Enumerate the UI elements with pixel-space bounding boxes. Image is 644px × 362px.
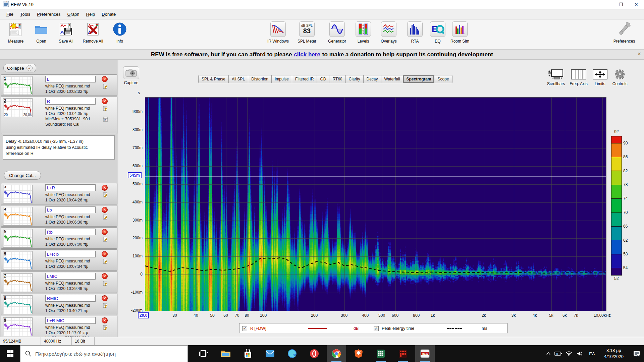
taskbar-app-rew-file[interactable] [393,345,413,362]
tab-spectrogram[interactable]: Spectrogram [403,75,434,83]
tray-language[interactable]: ΕΛ [586,351,598,356]
taskbar-app-edge[interactable] [282,345,302,362]
measurement-name-input[interactable] [45,76,96,82]
room-sim-button[interactable]: Room Sim [447,21,473,44]
preferences-button[interactable]: Preferences [611,21,637,44]
notes-icon[interactable] [103,259,108,265]
delete-measurement-icon[interactable]: ✕ [102,317,108,323]
freq-axis-button[interactable]: Freq. Axis [570,68,587,86]
notes-icon[interactable] [103,192,108,199]
overlays-button[interactable]: Overlays [376,21,402,44]
notes-icon[interactable] [103,215,108,221]
measurement-row-l-r-b[interactable]: 6✕white PEQ measured.md1 Οκτ 2020 10:07:… [1,249,117,271]
tab-decay[interactable]: Decay [364,75,381,83]
cal-file-icon[interactable]: IR [103,117,108,123]
delete-measurement-icon[interactable]: ✕ [102,98,108,104]
collapse-button[interactable]: Collapse « [3,64,36,72]
delete-measurement-icon[interactable]: ✕ [102,251,108,257]
levels-button[interactable]: 0369 Levels [350,21,376,44]
tab-distortion[interactable]: Distortion [248,75,272,83]
measurement-row-lb[interactable]: 4✕white PEQ measured.md1 Οκτ 2020 10:06:… [1,205,117,227]
measurement-row-rb[interactable]: 5✕white PEQ measured.md1 Οκτ 2020 10:07:… [1,227,117,249]
notes-icon[interactable] [103,303,108,309]
measurement-name-input[interactable] [45,98,96,105]
notes-icon[interactable] [103,106,108,112]
taskbar-app-mail[interactable] [260,345,280,362]
remove-all-button[interactable]: Remove All [80,21,106,44]
donation-link[interactable]: click here [294,51,320,58]
notification-icon[interactable] [629,351,644,357]
generator-button[interactable]: Generator [324,21,350,44]
delete-measurement-icon[interactable]: ✕ [102,273,108,279]
measurement-name-input[interactable] [45,273,96,280]
tab-rt60[interactable]: RT60 [329,75,345,83]
wifi-icon[interactable] [564,351,574,356]
measure-button[interactable]: Measure [3,21,29,44]
measurement-row-l-r[interactable]: 3✕white PEQ measured.md1 Οκτ 2020 10:04:… [1,183,117,204]
menu-file[interactable]: File [3,10,16,18]
info-button[interactable]: Info [107,21,133,44]
taskbar-app-rew[interactable]: REW [415,345,435,362]
tab-all-spl[interactable]: All SPL [229,75,248,83]
taskbar-search[interactable]: Πληκτρολογήστε εδώ για αναζήτηση [20,345,188,362]
series1-checkbox[interactable]: ✓ [242,326,247,331]
measurement-name-input[interactable] [45,251,96,257]
spectrogram-canvas[interactable] [145,98,606,311]
delete-measurement-icon[interactable]: ✕ [102,295,108,301]
menu-help[interactable]: Help [83,10,98,18]
measurement-row-l-r-mic[interactable]: 9✕white PEQ measured.md1 Οκτ 2020 11:17:… [1,316,117,337]
menu-graph[interactable]: Graph [64,10,82,18]
series2-checkbox[interactable]: ✓ [374,326,379,331]
taskbar-app-spreadsheet[interactable] [371,345,390,362]
notes-icon[interactable] [103,281,108,287]
capture-button[interactable] [123,66,139,79]
change-cal-button[interactable]: Change Cal... [4,171,41,180]
menu-preferences[interactable]: Preferences [34,10,63,18]
save-all-button[interactable]: Save All [53,21,79,44]
spectrogram-plot[interactable] [145,97,606,311]
measurement-row-r[interactable]: 22020,0k✕white PEQ measured.md1 Οκτ 2020… [1,97,117,134]
taskbar-app-brave[interactable] [349,345,368,362]
close-button[interactable]: ✕ [629,0,644,9]
taskbar-app-store[interactable] [238,345,258,362]
tab-impulse[interactable]: Impulse [272,75,292,83]
tab-scope[interactable]: Scope [434,75,452,83]
menu-tools[interactable]: Tools [17,10,33,18]
measurement-row-lmic[interactable]: 7✕white PEQ measured.md1 Οκτ 2020 10:29:… [1,272,117,293]
y-cursor-value[interactable]: 545m [128,172,142,178]
tray-chevron-icon[interactable] [544,352,553,355]
speaker-icon[interactable] [574,351,586,356]
scrollbars-button[interactable]: Scrollbars [547,68,565,86]
spl-meter-button[interactable]: dB SPL 83 SPL Meter [294,21,320,44]
tab-spl-phase[interactable]: SPL & Phase [198,75,229,83]
limits-button[interactable]: Limits [592,68,608,86]
measurement-row-rmic[interactable]: 8✕white PEQ measured.md1 Οκτ 2020 10:40:… [1,294,117,315]
tab-clarity[interactable]: Clarity [346,75,364,83]
maximize-button[interactable]: ❐ [613,0,629,9]
banner-close-icon[interactable]: ✕ [637,51,641,57]
delete-measurement-icon[interactable]: ✕ [102,229,108,235]
menu-donate[interactable]: Donate [99,10,119,18]
rta-button[interactable]: RTA [402,21,428,44]
notes-icon[interactable] [103,325,108,331]
measurement-name-input[interactable] [45,184,96,191]
measurement-name-input[interactable] [45,206,96,213]
tab-filtered-ir[interactable]: Filtered IR [292,75,317,83]
minimize-button[interactable]: – [598,0,613,9]
notes-icon[interactable] [103,84,108,90]
start-button[interactable] [0,345,20,362]
taskbar-app-chrome[interactable] [327,345,346,362]
delete-measurement-icon[interactable]: ✕ [102,207,108,213]
x-cursor-value[interactable]: 20,0 [138,312,149,318]
delete-measurement-icon[interactable]: ✕ [102,76,108,82]
notes-icon[interactable] [103,237,108,243]
controls-button[interactable]: Controls [612,68,628,86]
taskbar-app-opera[interactable] [305,345,324,362]
measurement-name-input[interactable] [45,317,96,324]
tab-waterfall[interactable]: Waterfall [381,75,404,83]
measurement-name-input[interactable] [45,229,96,235]
measurement-name-input[interactable] [45,295,96,302]
open-button[interactable]: Open [28,21,54,44]
tray-clock[interactable]: 8:18 μμ 4/10/2020 [598,348,629,359]
battery-icon[interactable]: ✕ [553,352,564,356]
